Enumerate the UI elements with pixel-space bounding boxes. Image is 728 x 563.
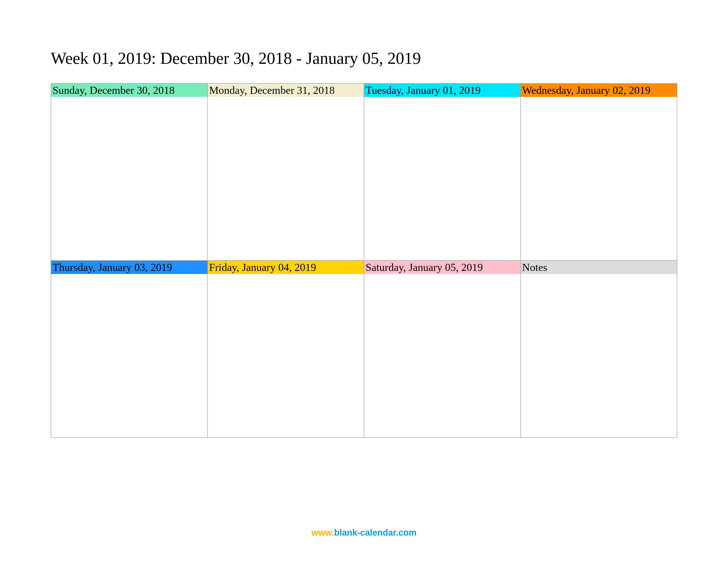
calendar-page: Week 01, 2019: December 30, 2018 - Janua… — [0, 0, 728, 438]
day-header-saturday: Saturday, January 05, 2019 — [364, 260, 520, 274]
page-title: Week 01, 2019: December 30, 2018 - Janua… — [51, 49, 677, 68]
footer-link[interactable]: www.blank-calendar.com — [0, 528, 728, 538]
day-cell-saturday[interactable] — [364, 274, 520, 437]
day-cell-monday[interactable] — [207, 97, 364, 260]
day-header-sunday: Sunday, December 30, 2018 — [51, 83, 207, 97]
day-header-friday: Friday, January 04, 2019 — [207, 260, 364, 274]
day-cell-tuesday[interactable] — [364, 97, 520, 260]
day-cell-wednesday[interactable] — [520, 97, 677, 260]
day-cell-thursday[interactable] — [51, 274, 207, 437]
day-header-thursday: Thursday, January 03, 2019 — [51, 260, 207, 274]
week-grid: Sunday, December 30, 2018 Monday, Decemb… — [51, 83, 677, 438]
day-header-wednesday: Wednesday, January 02, 2019 — [520, 83, 677, 97]
day-header-tuesday: Tuesday, January 01, 2019 — [364, 83, 520, 97]
footer-prefix: www. — [311, 528, 334, 537]
footer-domain: blank-calendar.com — [334, 528, 417, 537]
day-header-notes: Notes — [520, 260, 677, 274]
day-header-monday: Monday, December 31, 2018 — [207, 83, 364, 97]
day-cell-sunday[interactable] — [51, 97, 207, 260]
day-cell-notes[interactable] — [520, 274, 677, 437]
day-cell-friday[interactable] — [207, 274, 364, 437]
